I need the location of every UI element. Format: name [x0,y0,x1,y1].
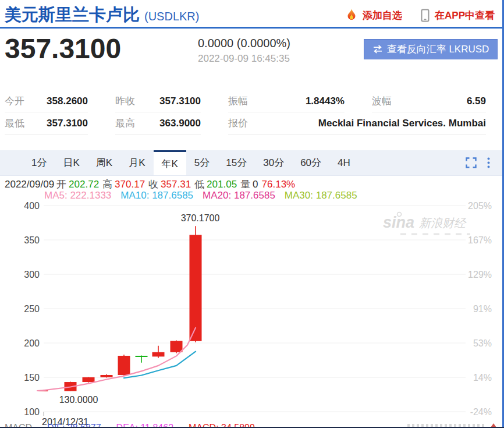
usdlkr-quote-page: 美元斯里兰卡卢比 (USDLKR) 添加自选 在APP中查 [0,0,504,428]
stat-label: 最低 [5,116,24,130]
y-axis-label-right: -24% [470,407,492,417]
y-axis-label-right: 14% [473,373,492,383]
y-axis-label-right: 205% [468,201,492,211]
ohlc-info-bar: 2022/09/09开202.72高370.17收357.31低201.05量0… [5,178,297,191]
header-divider [0,27,504,29]
y-axis-label-right: 129% [468,270,492,280]
stat-label: 报价 [228,116,248,130]
ohlc-date: 2022/09/09 [5,179,54,190]
y-axis-label-left: 100 [24,407,40,417]
phone-icon [421,9,430,22]
add-watchlist-link[interactable]: 添加自选 [363,9,402,22]
tab-60分[interactable]: 60分 [292,150,329,175]
tab-15分[interactable]: 15分 [218,150,255,175]
stat-value: 357.3100 [159,95,201,107]
stats-table: 今开358.2600昨收357.3100振幅1.8443%波幅6.59最低357… [5,90,494,135]
stat-cell-今开: 今开358.2600 [5,90,88,112]
ohlc-label-高: 高 [102,179,112,190]
stat-cell-振幅: 振幅1.8443% [228,90,345,112]
tab-1分[interactable]: 1分 [23,150,55,175]
ohlc-value-高: 370.17 [115,179,145,190]
tab-年K[interactable]: 年K [154,150,186,175]
chart-toolbar: 1分日K周K月K年K5分15分30分60分4H [0,150,504,176]
stat-value: 357.3100 [47,118,88,129]
tab-周K[interactable]: 周K [88,150,120,175]
ohlc-value-量: 0 [253,179,258,190]
ohlc-label-开: 开 [56,179,66,190]
sina-watermark: sina新浪财经 [383,213,470,235]
stat-value: 6.59 [467,95,486,107]
ohlc-value-低: 201.05 [207,179,237,190]
y-axis-label-left: 350 [24,235,40,245]
view-in-app-link[interactable]: 在APP中查看 [435,9,495,22]
candle-body [171,341,183,352]
chart-area[interactable]: 400205%350167%300129%25091%20053%15014%1… [0,200,504,428]
tab-日K[interactable]: 日K [55,150,87,175]
reverse-rate-button[interactable]: 查看反向汇率 LKRUSD [364,39,498,59]
candle-body [101,375,113,377]
ohlc-label-量: 量 [240,179,250,190]
stat-value: 358.2600 [47,95,88,107]
stat-label: 波幅 [372,94,392,108]
tab-5分[interactable]: 5分 [186,150,218,175]
ohlc-change-percent: 76.13% [262,179,296,190]
currency-code: (USDLKR) [144,10,199,23]
candle-body [83,377,95,382]
stat-cell-波幅: 波幅6.59 [372,90,486,112]
ohlc-value-收: 357.31 [161,179,191,190]
fullscreen-icon[interactable] [466,157,477,168]
stat-value: 363.9000 [159,118,201,129]
swap-icon [372,45,383,54]
chart-grid: 400205%350167%300129%25091%20053%15014%1… [24,201,492,417]
low-price-annotation: 130.0000 [59,395,98,405]
candle-body [136,356,148,357]
page-header: 美元斯里兰卡卢比 (USDLKR) 添加自选 在APP中查 [5,3,495,27]
stat-label: 昨收 [115,94,135,108]
flame-icon [346,8,357,22]
stat-cell-报价: 报价Mecklai Financial Services. Mumbai [228,112,486,135]
stat-label: 振幅 [228,94,248,108]
ohlc-label-低: 低 [194,179,204,190]
stat-value: 1.8443% [306,95,345,107]
stat-value: Mecklai Financial Services. Mumbai [318,118,486,129]
candlestick-chart[interactable]: 400205%350167%300129%25091%20053%15014%1… [0,200,504,428]
tab-30分[interactable]: 30分 [255,150,292,175]
y-axis-label-right: 53% [473,338,492,348]
current-price: 357.3100 [5,33,121,65]
y-axis-label-right: 167% [468,235,492,245]
y-axis-label-left: 150 [24,373,40,383]
y-axis-label-left: 400 [24,201,40,211]
price-change-block: 0.0000 (0.0000%) 2022-09-09 16:45:35 [198,37,290,65]
toolbar-icons [466,150,504,175]
stat-cell-昨收: 昨收357.3100 [115,90,201,112]
candle-body [190,235,202,341]
ma-line-MA5 [37,328,196,391]
y-axis-label-left: 200 [24,338,40,348]
candle-body [152,352,165,357]
quote-timestamp: 2022-09-09 16:45:35 [198,53,290,65]
ohlc-value-开: 202.72 [69,179,99,190]
stat-cell-最低: 最低357.3100 [5,112,88,135]
tab-月K[interactable]: 月K [120,150,153,175]
ohlc-label-收: 收 [148,179,158,190]
stat-label: 最高 [115,116,135,130]
high-price-annotation: 370.1700 [181,213,220,223]
header-actions: 添加自选 在APP中查看 [346,8,495,22]
svg-text:新浪财经: 新浪财经 [419,217,467,229]
reverse-rate-label: 查看反向汇率 LKRUSD [387,43,489,56]
candle-body [118,356,130,375]
more-menu-icon[interactable] [487,157,490,168]
stat-cell-最高: 最高363.9000 [115,112,201,135]
price-change: 0.0000 (0.0000%) [198,37,290,50]
page-title: 美元斯里兰卡卢比 [5,3,140,27]
stat-label: 今开 [5,94,24,108]
y-axis-label-left: 250 [24,304,40,314]
y-axis-label-right: 91% [473,304,492,314]
tab-4H[interactable]: 4H [329,150,359,175]
y-axis-label-left: 300 [24,270,40,280]
